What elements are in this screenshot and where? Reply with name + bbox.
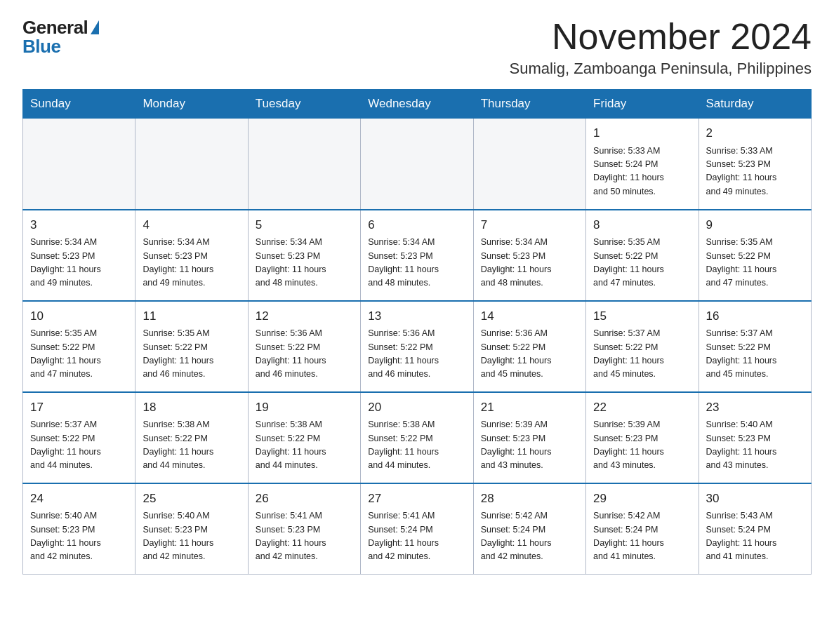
day-number: 14 bbox=[481, 307, 578, 326]
day-info: Sunrise: 5:34 AM Sunset: 5:23 PM Dayligh… bbox=[368, 236, 465, 290]
day-number: 20 bbox=[368, 398, 465, 417]
calendar-cell: 12Sunrise: 5:36 AM Sunset: 5:22 PM Dayli… bbox=[248, 301, 360, 392]
calendar-table: SundayMondayTuesdayWednesdayThursdayFrid… bbox=[22, 89, 812, 575]
calendar-cell bbox=[23, 119, 135, 210]
weekday-header-wednesday: Wednesday bbox=[361, 90, 473, 119]
calendar-week-row: 24Sunrise: 5:40 AM Sunset: 5:23 PM Dayli… bbox=[23, 483, 812, 575]
day-number: 23 bbox=[706, 398, 804, 417]
day-info: Sunrise: 5:37 AM Sunset: 5:22 PM Dayligh… bbox=[706, 327, 804, 382]
title-block: November 2024 Sumalig, Zamboanga Peninsu… bbox=[510, 17, 812, 78]
calendar-cell bbox=[135, 119, 248, 210]
calendar-cell: 17Sunrise: 5:37 AM Sunset: 5:22 PM Dayli… bbox=[23, 392, 135, 483]
day-info: Sunrise: 5:38 AM Sunset: 5:22 PM Dayligh… bbox=[143, 418, 240, 473]
calendar-cell: 8Sunrise: 5:35 AM Sunset: 5:22 PM Daylig… bbox=[586, 210, 699, 301]
day-info: Sunrise: 5:35 AM Sunset: 5:22 PM Dayligh… bbox=[30, 327, 128, 382]
calendar-cell: 2Sunrise: 5:33 AM Sunset: 5:23 PM Daylig… bbox=[699, 119, 811, 210]
weekday-header-thursday: Thursday bbox=[473, 90, 585, 119]
day-number: 4 bbox=[143, 216, 240, 234]
calendar-cell: 16Sunrise: 5:37 AM Sunset: 5:22 PM Dayli… bbox=[699, 301, 811, 392]
page-header: General Blue November 2024 Sumalig, Zamb… bbox=[22, 17, 812, 78]
day-info: Sunrise: 5:38 AM Sunset: 5:22 PM Dayligh… bbox=[256, 418, 353, 473]
calendar-cell: 13Sunrise: 5:36 AM Sunset: 5:22 PM Dayli… bbox=[361, 301, 473, 392]
day-info: Sunrise: 5:34 AM Sunset: 5:23 PM Dayligh… bbox=[481, 236, 578, 290]
calendar-week-row: 10Sunrise: 5:35 AM Sunset: 5:22 PM Dayli… bbox=[23, 301, 812, 392]
day-info: Sunrise: 5:42 AM Sunset: 5:24 PM Dayligh… bbox=[593, 509, 691, 564]
day-number: 10 bbox=[30, 307, 128, 326]
calendar-cell: 30Sunrise: 5:43 AM Sunset: 5:24 PM Dayli… bbox=[699, 483, 811, 575]
day-number: 16 bbox=[706, 307, 804, 326]
calendar-cell: 7Sunrise: 5:34 AM Sunset: 5:23 PM Daylig… bbox=[473, 210, 585, 301]
logo-triangle-icon bbox=[91, 20, 99, 34]
month-title: November 2024 bbox=[510, 17, 812, 57]
calendar-cell: 19Sunrise: 5:38 AM Sunset: 5:22 PM Dayli… bbox=[248, 392, 360, 483]
day-number: 25 bbox=[143, 490, 240, 508]
calendar-cell: 22Sunrise: 5:39 AM Sunset: 5:23 PM Dayli… bbox=[586, 392, 699, 483]
calendar-cell: 5Sunrise: 5:34 AM Sunset: 5:23 PM Daylig… bbox=[248, 210, 360, 301]
day-info: Sunrise: 5:33 AM Sunset: 5:24 PM Dayligh… bbox=[593, 145, 691, 199]
day-number: 9 bbox=[706, 216, 804, 234]
day-number: 7 bbox=[481, 216, 578, 234]
calendar-cell: 28Sunrise: 5:42 AM Sunset: 5:24 PM Dayli… bbox=[473, 483, 585, 575]
day-number: 30 bbox=[706, 490, 804, 508]
day-info: Sunrise: 5:42 AM Sunset: 5:24 PM Dayligh… bbox=[481, 509, 578, 564]
day-number: 15 bbox=[593, 307, 691, 326]
calendar-cell: 11Sunrise: 5:35 AM Sunset: 5:22 PM Dayli… bbox=[135, 301, 248, 392]
weekday-header-saturday: Saturday bbox=[699, 90, 811, 119]
location-title: Sumalig, Zamboanga Peninsula, Philippine… bbox=[510, 60, 812, 78]
day-info: Sunrise: 5:40 AM Sunset: 5:23 PM Dayligh… bbox=[706, 418, 804, 473]
day-info: Sunrise: 5:34 AM Sunset: 5:23 PM Dayligh… bbox=[30, 236, 128, 290]
calendar-cell: 15Sunrise: 5:37 AM Sunset: 5:22 PM Dayli… bbox=[586, 301, 699, 392]
day-info: Sunrise: 5:33 AM Sunset: 5:23 PM Dayligh… bbox=[706, 145, 804, 199]
day-number: 27 bbox=[368, 490, 465, 508]
calendar-cell: 21Sunrise: 5:39 AM Sunset: 5:23 PM Dayli… bbox=[473, 392, 585, 483]
logo: General Blue bbox=[22, 17, 99, 58]
day-number: 21 bbox=[481, 398, 578, 417]
calendar-cell: 10Sunrise: 5:35 AM Sunset: 5:22 PM Dayli… bbox=[23, 301, 135, 392]
day-info: Sunrise: 5:36 AM Sunset: 5:22 PM Dayligh… bbox=[481, 327, 578, 382]
day-number: 13 bbox=[368, 307, 465, 326]
day-info: Sunrise: 5:37 AM Sunset: 5:22 PM Dayligh… bbox=[30, 418, 128, 473]
weekday-header-tuesday: Tuesday bbox=[248, 90, 360, 119]
day-info: Sunrise: 5:41 AM Sunset: 5:23 PM Dayligh… bbox=[256, 509, 353, 564]
logo-blue-text: Blue bbox=[22, 36, 60, 58]
calendar-cell: 18Sunrise: 5:38 AM Sunset: 5:22 PM Dayli… bbox=[135, 392, 248, 483]
day-number: 17 bbox=[30, 398, 128, 417]
day-number: 19 bbox=[256, 398, 353, 417]
day-info: Sunrise: 5:37 AM Sunset: 5:22 PM Dayligh… bbox=[593, 327, 691, 382]
calendar-cell: 26Sunrise: 5:41 AM Sunset: 5:23 PM Dayli… bbox=[248, 483, 360, 575]
day-number: 18 bbox=[143, 398, 240, 417]
day-number: 1 bbox=[593, 124, 691, 142]
day-number: 22 bbox=[593, 398, 691, 417]
weekday-header-row: SundayMondayTuesdayWednesdayThursdayFrid… bbox=[23, 90, 812, 119]
calendar-cell: 9Sunrise: 5:35 AM Sunset: 5:22 PM Daylig… bbox=[699, 210, 811, 301]
calendar-cell: 14Sunrise: 5:36 AM Sunset: 5:22 PM Dayli… bbox=[473, 301, 585, 392]
day-number: 24 bbox=[30, 490, 128, 508]
calendar-week-row: 17Sunrise: 5:37 AM Sunset: 5:22 PM Dayli… bbox=[23, 392, 812, 483]
day-number: 3 bbox=[30, 216, 128, 234]
day-number: 12 bbox=[256, 307, 353, 326]
calendar-cell bbox=[361, 119, 473, 210]
day-info: Sunrise: 5:39 AM Sunset: 5:23 PM Dayligh… bbox=[593, 418, 691, 473]
day-info: Sunrise: 5:41 AM Sunset: 5:24 PM Dayligh… bbox=[368, 509, 465, 564]
day-info: Sunrise: 5:40 AM Sunset: 5:23 PM Dayligh… bbox=[30, 509, 128, 564]
day-info: Sunrise: 5:39 AM Sunset: 5:23 PM Dayligh… bbox=[481, 418, 578, 473]
day-info: Sunrise: 5:34 AM Sunset: 5:23 PM Dayligh… bbox=[256, 236, 353, 290]
calendar-cell: 3Sunrise: 5:34 AM Sunset: 5:23 PM Daylig… bbox=[23, 210, 135, 301]
calendar-cell: 27Sunrise: 5:41 AM Sunset: 5:24 PM Dayli… bbox=[361, 483, 473, 575]
calendar-cell: 6Sunrise: 5:34 AM Sunset: 5:23 PM Daylig… bbox=[361, 210, 473, 301]
day-info: Sunrise: 5:35 AM Sunset: 5:22 PM Dayligh… bbox=[706, 236, 804, 290]
calendar-week-row: 1Sunrise: 5:33 AM Sunset: 5:24 PM Daylig… bbox=[23, 119, 812, 210]
day-number: 28 bbox=[481, 490, 578, 508]
day-number: 26 bbox=[256, 490, 353, 508]
calendar-cell bbox=[473, 119, 585, 210]
day-number: 8 bbox=[593, 216, 691, 234]
day-info: Sunrise: 5:36 AM Sunset: 5:22 PM Dayligh… bbox=[256, 327, 353, 382]
weekday-header-friday: Friday bbox=[586, 90, 699, 119]
day-number: 29 bbox=[593, 490, 691, 508]
day-info: Sunrise: 5:38 AM Sunset: 5:22 PM Dayligh… bbox=[368, 418, 465, 473]
day-info: Sunrise: 5:36 AM Sunset: 5:22 PM Dayligh… bbox=[368, 327, 465, 382]
calendar-cell: 25Sunrise: 5:40 AM Sunset: 5:23 PM Dayli… bbox=[135, 483, 248, 575]
day-info: Sunrise: 5:40 AM Sunset: 5:23 PM Dayligh… bbox=[143, 509, 240, 564]
weekday-header-monday: Monday bbox=[135, 90, 248, 119]
calendar-cell: 20Sunrise: 5:38 AM Sunset: 5:22 PM Dayli… bbox=[361, 392, 473, 483]
